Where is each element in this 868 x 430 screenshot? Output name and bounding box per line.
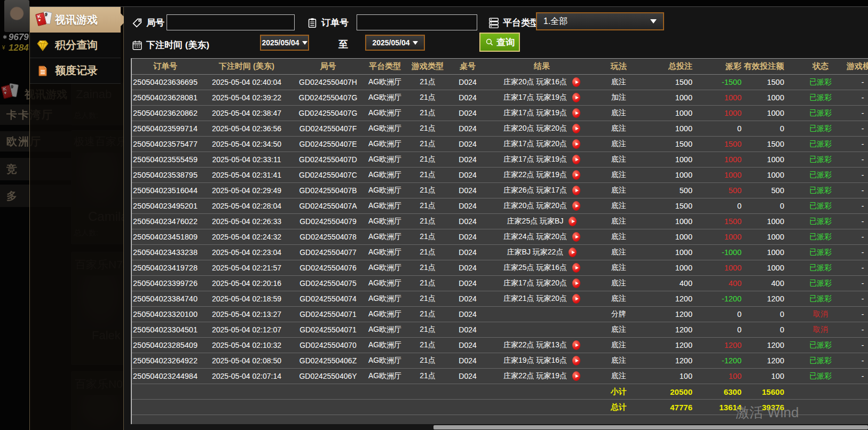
cell-bet_time: 2025-05-04 02:08:50 — [199, 356, 295, 365]
cell-game_type: 21点 — [408, 325, 447, 335]
cell-order_no: 250504023555459 — [132, 155, 199, 164]
date-to-picker[interactable]: 2025/05/04 — [365, 35, 425, 51]
cell-game_mode: - — [844, 325, 868, 334]
cell-platform: AG欧洲厅 — [361, 155, 408, 164]
replay-video-button[interactable] — [572, 371, 580, 381]
replay-video-button[interactable] — [572, 77, 580, 87]
cell-round_no: GD0242550407H — [295, 78, 361, 86]
cell-play_type: 底注 — [595, 278, 642, 288]
cell-table_no: D024 — [447, 233, 488, 241]
cell-round_no: GD02425504076 — [295, 264, 361, 272]
cell-result: 庄家17点 玩家19点 — [488, 155, 595, 164]
cell-bet_time: 2025-05-04 02:23:04 — [199, 248, 295, 257]
cell-game_mode: - — [844, 186, 868, 195]
cell-game_mode: - — [844, 279, 868, 288]
cell-order_no: 250504023620862 — [132, 109, 199, 117]
cell-round_no: GD0242550406Y — [295, 372, 361, 380]
header-status: 状态 — [797, 61, 844, 71]
cell-game_mode: - — [844, 202, 868, 210]
sidebar-item-quota-records[interactable]: 额度记录 — [30, 58, 121, 84]
cell-table_no: D024 — [447, 124, 488, 133]
replay-video-button[interactable] — [572, 108, 580, 118]
replay-video-button[interactable] — [572, 186, 580, 195]
result-text: 庄家17点 玩家19点 — [503, 108, 567, 118]
platform-type-select[interactable]: 1.全部 — [536, 12, 664, 30]
sidebar-item-points-query[interactable]: 积分查询 — [30, 33, 121, 58]
replay-video-button[interactable] — [572, 155, 580, 164]
order-number-input[interactable] — [357, 14, 477, 30]
bet-time-label: 下注时间 (美东) — [146, 39, 209, 51]
cell-round_no: GD02425504075 — [295, 279, 361, 288]
cell-play_type: 底注 — [595, 124, 642, 133]
replay-video-button[interactable] — [572, 170, 580, 180]
money-icon: ¥ — [2, 45, 5, 51]
search-button[interactable]: 查询 — [479, 33, 520, 52]
round-number-input[interactable] — [167, 14, 295, 30]
cell-payout: 0 — [696, 202, 744, 210]
platform-type-value: 1.全部 — [543, 16, 567, 27]
table-row: 2505040234197282025-05-04 02:21:57GD0242… — [132, 260, 868, 276]
replay-video-button[interactable] — [572, 201, 580, 211]
table-row: 2505040232449842025-05-04 02:07:14GD0242… — [132, 369, 868, 384]
cell-total_bet: 1000 — [642, 155, 696, 164]
table-row: 2505040233201002025-05-04 02:13:27GD0242… — [132, 307, 868, 322]
date-to-value: 2025/05/04 — [372, 38, 409, 47]
horizontal-scrollbar-thumb[interactable] — [433, 425, 868, 429]
replay-video-button[interactable] — [572, 93, 580, 102]
replay-video-button[interactable] — [572, 356, 580, 365]
replay-video-button[interactable] — [572, 263, 580, 273]
sidebar-item-video-games[interactable]: 9K♥ 视讯游戏 — [30, 7, 121, 33]
cell-table_no: D024 — [447, 202, 488, 210]
cell-round_no: GD0242550407G — [295, 109, 361, 117]
result-text: 庄家20点 玩家20点 — [503, 201, 567, 211]
result-text: 庄家25点 玩家16点 — [503, 263, 567, 273]
diamond-icon — [35, 38, 50, 53]
replay-video-button[interactable] — [572, 124, 580, 133]
cell-game_type: 21点 — [408, 186, 447, 195]
platform-list-icon — [488, 17, 500, 29]
cell-game_mode: - — [844, 356, 868, 365]
cell-total_bet: 1200 — [642, 294, 696, 303]
cell-game_type: 21点 — [408, 263, 447, 273]
header-game_type: 游戏类型 — [408, 61, 447, 71]
cell-total_bet: 1200 — [642, 341, 696, 349]
date-from-picker[interactable]: 2025/05/04 — [260, 35, 309, 51]
cell-table_no: D024 — [447, 372, 488, 380]
cell-platform: AG欧洲厅 — [361, 371, 408, 381]
replay-video-button[interactable] — [572, 139, 580, 149]
header-total_bet: 总投注 — [642, 61, 696, 71]
replay-video-button[interactable] — [569, 217, 577, 226]
cell-result: 庄家17点 玩家19点 — [488, 93, 595, 102]
cell-result: 庄家20点 玩家16点 — [488, 77, 595, 87]
cell-valid_bet: 1200 — [744, 356, 797, 365]
cell-total_bet: 100 — [642, 372, 696, 380]
replay-video-button[interactable] — [572, 340, 580, 350]
table-row: 2505040233847402025-05-04 02:18:59GD0242… — [132, 291, 868, 307]
header-result: 结果 — [488, 61, 595, 71]
replay-video-button[interactable] — [572, 278, 580, 288]
cell-payout: 100 — [696, 372, 744, 380]
cell-order_no: 250504023264922 — [132, 356, 199, 365]
cell-bet_time: 2025-05-04 02:33:11 — [199, 155, 295, 164]
records-table: 订单号下注时间 (美东)局号平台类型游戏类型桌号结果玩法总投注派彩有效投注额状态… — [131, 58, 868, 424]
cell-round_no: GD0242550407B — [295, 186, 361, 195]
cell-platform: AG欧洲厅 — [361, 232, 408, 242]
replay-video-button[interactable] — [572, 294, 580, 304]
chevron-down-icon — [302, 41, 307, 45]
cell-payout: 1000 — [696, 155, 744, 164]
replay-video-button[interactable] — [572, 232, 580, 242]
cell-bet_time: 2025-05-04 02:20:16 — [199, 279, 295, 288]
cell-order_no: 250504023433238 — [132, 248, 199, 257]
cell-total_bet: 1500 — [642, 202, 696, 210]
cell-platform: AG欧洲厅 — [361, 278, 408, 288]
cell-status: 已派彩 — [797, 340, 844, 350]
table-row: 2505040236280812025-05-04 02:39:22GD0242… — [132, 90, 868, 106]
cell-order_no: 250504023516044 — [132, 186, 199, 195]
cell-table_no: D024 — [447, 217, 488, 226]
replay-video-button[interactable] — [569, 248, 577, 257]
video-game-cards-icon: 9K♥ — [1, 83, 25, 102]
document-icon — [35, 63, 50, 78]
cell-payout: 6300 — [696, 387, 744, 396]
cell-valid_bet: 100 — [744, 372, 797, 380]
cell-game_mode: - — [844, 124, 868, 133]
